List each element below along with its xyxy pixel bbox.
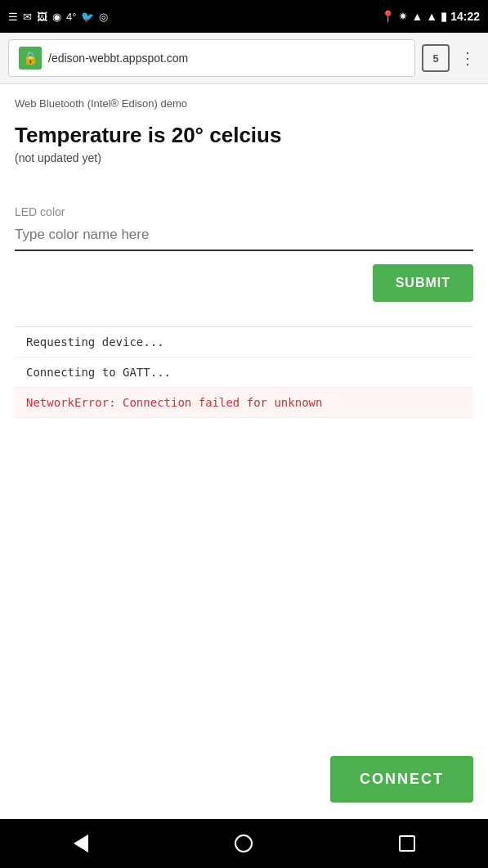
email-icon: ✉ [23, 11, 32, 23]
lock-icon: 🔒 [19, 47, 42, 70]
temperature-heading: Temperature is 20° celcius [15, 123, 473, 148]
home-button[interactable] [235, 834, 253, 852]
recents-button[interactable] [399, 835, 415, 852]
temperature-status: 4° [66, 11, 76, 23]
chrome-icon: ◎ [99, 11, 108, 23]
connect-area: CONNECT [0, 587, 488, 820]
battery-icon: ▮ [441, 10, 447, 23]
browser-menu-icon[interactable]: ⋮ [456, 48, 480, 68]
led-input-row [15, 223, 473, 251]
not-updated-text: (not updated yet) [15, 151, 473, 164]
status-bar-left: ☰ ✉ 🖼 ◉ 4° 🐦 ◎ [8, 11, 108, 23]
twitter-icon: 🐦 [81, 11, 94, 23]
connect-button[interactable]: CONNECT [330, 756, 473, 803]
page-subtitle: Web Bluetooth (Intel® Edison) demo [15, 97, 473, 110]
back-icon [74, 834, 88, 852]
nav-bar [0, 819, 488, 868]
recents-icon [399, 835, 415, 852]
url-bar[interactable]: 🔒 /edison-webbt.appspot.com [8, 39, 415, 77]
tab-count[interactable]: 5 [422, 44, 450, 72]
bluetooth-icon: ✴ [398, 10, 408, 23]
led-label: LED color [15, 205, 473, 218]
signal-icon: ▲ [426, 10, 437, 23]
submit-button[interactable]: SUBMIT [373, 264, 473, 302]
status-bar-right: 📍 ✴ ▲ ▲ ▮ 14:22 [381, 10, 480, 23]
home-icon [235, 834, 253, 852]
wifi-icon: ▲ [411, 10, 423, 23]
browser-bar: 🔒 /edison-webbt.appspot.com 5 ⋮ [0, 33, 488, 84]
notification-icon: ☰ [8, 11, 18, 23]
clock: 14:22 [450, 10, 480, 23]
page-content: Web Bluetooth (Intel® Edison) demo Tempe… [0, 84, 488, 587]
log-line-3: NetworkError: Connection failed for unkn… [15, 388, 473, 418]
led-section: LED color SUBMIT [15, 205, 473, 326]
log-line-1: Requesting device... [15, 327, 473, 358]
log-section: Requesting device... Connecting to GATT.… [15, 326, 473, 418]
submit-row: SUBMIT [15, 264, 473, 302]
image-icon: 🖼 [37, 11, 47, 23]
led-color-input[interactable] [15, 223, 473, 246]
log-line-2: Connecting to GATT... [15, 358, 473, 388]
back-button[interactable] [74, 834, 88, 852]
status-bar: ☰ ✉ 🖼 ◉ 4° 🐦 ◎ 📍 ✴ ▲ ▲ ▮ 14:22 [0, 0, 488, 33]
vpn-icon: ◉ [52, 11, 61, 23]
location-icon: 📍 [381, 10, 395, 23]
url-text: /edison-webbt.appspot.com [48, 52, 405, 65]
